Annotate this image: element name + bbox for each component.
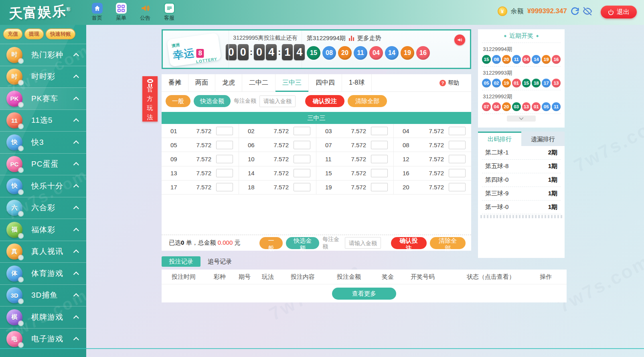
lottery-logo-zone: 澳洲 幸运 8 LOTTERY [163,30,229,68]
deposit-button[interactable]: 充值 [3,28,22,39]
tab-missing-ranking[interactable]: 遗漏排行 [521,132,565,146]
logout-button[interactable]: 退出 [601,6,637,18]
bet-amount-input[interactable] [216,141,233,149]
lottery-ball-icon: 快 [6,178,22,194]
result-ball: 01 [532,102,541,111]
bet-amount-input[interactable] [294,127,310,135]
sidebar-item-3d-fishing[interactable]: 3D 3D捕鱼 [0,284,86,306]
tab-bet-records[interactable]: 投注记录 [162,256,200,267]
bet-cell[interactable]: 077.572 [316,138,394,152]
bet-cell[interactable]: 127.572 [394,152,471,166]
bet-cell[interactable]: 097.572 [162,152,239,166]
nav-support[interactable]: 客服 [160,3,179,22]
sidebar-item-welfare-lottery[interactable]: 福 福体彩 [0,219,86,241]
sidebar-item-pk-racing[interactable]: PK PK赛车 [0,87,86,110]
clear-all-button[interactable]: 清除全部 [430,237,466,249]
nav-menu[interactable]: 菜单 [111,3,131,22]
sidebar-item-board-games[interactable]: 棋 棋牌游戏 [0,306,86,328]
bet-cell[interactable]: 067.572 [239,138,316,152]
bet-amount-input[interactable] [371,169,388,177]
quick-transfer-button[interactable]: 快速转账 [46,28,75,39]
bet-amount-input[interactable] [449,183,466,191]
bet-cell[interactable]: 167.572 [394,166,471,181]
expand-draws-button[interactable] [507,116,536,122]
tab-2-of-2[interactable]: 二中二 [242,74,275,91]
nav-home[interactable]: 首页 [87,3,107,22]
bet-amount-input[interactable] [216,169,233,177]
tab-chase-records[interactable]: 追号记录 [208,258,232,266]
bet-cell[interactable]: 157.572 [316,166,394,181]
amount-input[interactable] [345,237,381,249]
bet-amount-input[interactable] [294,169,310,177]
bet-amount-input[interactable] [216,127,233,135]
sound-toggle-icon[interactable] [454,34,465,45]
view-more-button[interactable]: 查看更多 [332,288,396,300]
bet-cell[interactable]: 137.572 [162,166,239,181]
bet-cell[interactable]: 017.572 [162,124,239,138]
bet-cell[interactable]: 057.572 [162,138,239,152]
bet-amount-input[interactable] [371,183,388,191]
amount-input[interactable] [259,95,296,107]
bet-amount-input[interactable] [449,127,466,135]
confirm-bet-button[interactable]: 确认投注 [305,95,344,107]
tab-dragon-tiger[interactable]: 龙虎 [215,74,242,91]
bet-amount-input[interactable] [294,141,310,149]
tab-3-of-3[interactable]: 三中三 [275,74,309,91]
bet-amount-input[interactable] [449,155,466,163]
official-play-ribbon[interactable]: 官 方 玩 法 [142,76,158,122]
bet-amount-input[interactable] [371,155,388,163]
bet-amount-input[interactable] [216,183,233,191]
quick-amount-button[interactable]: 快选金额 [194,95,231,107]
clear-all-button[interactable]: 清除全部 [348,95,387,107]
bet-amount-input[interactable] [449,141,466,149]
bet-amount-input[interactable] [449,169,466,177]
confirm-bet-button[interactable]: 确认投注 [391,237,427,249]
lottery-ball-icon: 时 [6,47,22,63]
question-icon: ? [439,80,446,86]
mode-general-button[interactable]: 一般 [166,95,190,107]
bet-amount-input[interactable] [371,141,388,149]
bet-cell[interactable]: 087.572 [394,138,471,152]
sidebar-item-happy10[interactable]: 快 快乐十分 [0,175,86,197]
bet-cell[interactable]: 027.572 [239,124,316,138]
bet-cell[interactable]: 107.572 [239,152,316,166]
bet-cell[interactable]: 047.572 [394,124,471,138]
sidebar-item-sports[interactable]: 体 体育游戏 [0,262,86,284]
sidebar-item-ssc[interactable]: 时 时时彩 [0,66,86,88]
sidebar-item-mark6[interactable]: 六 六合彩 [0,197,86,219]
bet-cell[interactable]: 117.572 [316,152,394,166]
bet-amount-input[interactable] [216,155,233,163]
withdraw-button[interactable]: 提现 [24,28,44,39]
sidebar-item-11x5[interactable]: 11 11选5 [0,110,86,132]
bet-amount-input[interactable] [294,155,310,163]
tab-number-ranking[interactable]: 出码排行 [478,132,521,146]
bet-amount-input[interactable] [294,183,310,191]
mode-general-button[interactable]: 一般 [259,237,283,249]
quick-amount-button[interactable]: 快选金额 [286,237,319,249]
bet-cell[interactable]: 147.572 [239,166,316,181]
more-trends-link[interactable]: 更多走势 [357,34,381,42]
eye-off-icon[interactable] [583,7,592,16]
tab-1-8-ball[interactable]: 1-8球 [342,74,372,91]
result-ball: 17 [542,79,551,87]
nav-announcement[interactable]: 公告 [136,3,155,22]
sidebar-item-kuai3[interactable]: 快 快3 [0,131,86,153]
bet-summary-text: 已选0 单，总金额 0.000 元 [169,239,240,247]
bet-cell[interactable]: 187.572 [239,181,316,195]
bet-cell[interactable]: 177.572 [162,181,239,195]
bet-summary-row: 已选0 单，总金额 0.000 元 一般 快选金额 每注金额 确认投注 清除全部 [162,235,471,251]
bet-cell[interactable]: 207.572 [394,181,471,195]
per-bet-label: 每注金额 [234,97,256,105]
sidebar-item-live-casino[interactable]: 真 真人视讯 [0,241,86,263]
bet-cell[interactable]: 037.572 [316,124,394,138]
refresh-icon[interactable] [571,7,579,16]
tab-4-of-4[interactable]: 四中四 [309,74,342,91]
help-link[interactable]: ? 帮助 [439,74,471,91]
sidebar-item-pc-dandan[interactable]: PC PC蛋蛋 [0,153,86,175]
bet-amount-input[interactable] [371,127,388,135]
sidebar-item-hot-lotteries[interactable]: 时 热门彩种 [0,44,86,66]
bet-cell[interactable]: 197.572 [316,181,394,195]
tab-two-sides[interactable]: 两面 [188,74,215,91]
tab-fantan[interactable]: 番摊 [162,74,188,91]
sidebar-item-slots[interactable]: 电 电子游戏 [0,328,86,350]
